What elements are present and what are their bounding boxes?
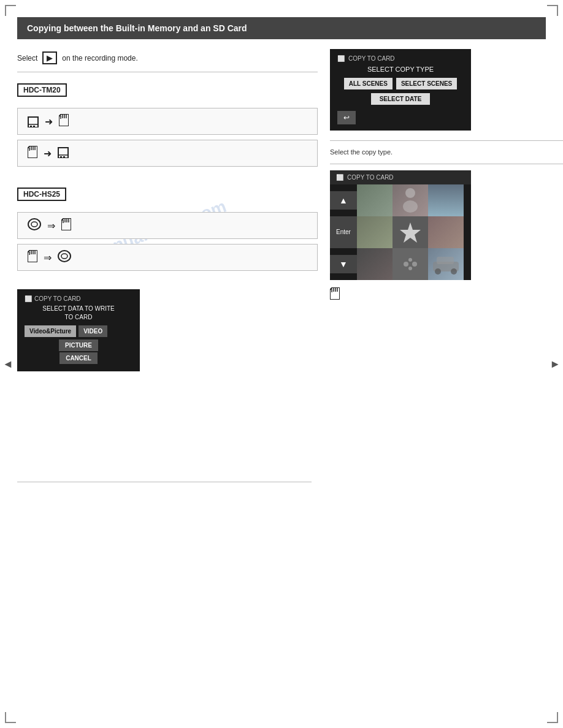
picture-btn-row: PICTURE CANCEL bbox=[25, 339, 132, 364]
sd-card-icon4 bbox=[28, 250, 37, 262]
header-bar: Copying between the Built-in Memory and … bbox=[17, 17, 546, 39]
all-scenes-btn[interactable]: ALL SCENES bbox=[344, 78, 393, 89]
instruction-text-right: Select the copy type. bbox=[330, 147, 563, 157]
copy-card-title-icon: ⬜ bbox=[337, 55, 345, 62]
select-date-row: SELECT DATE bbox=[337, 93, 464, 105]
direction-arrow: ➜ bbox=[45, 116, 53, 127]
header-title: Copying between the Built-in Memory and … bbox=[27, 23, 247, 33]
source-icon bbox=[28, 115, 39, 127]
svg-point-17 bbox=[31, 222, 37, 227]
picture-btn[interactable]: PICTURE bbox=[59, 339, 98, 351]
svg-point-34 bbox=[408, 267, 412, 270]
svg-point-16 bbox=[28, 219, 40, 230]
copy-to-card-dialog: ⬜ COPY TO CARD SELECT COPY TYPE ALL SCEN… bbox=[330, 49, 471, 131]
dest-sd-icon3 bbox=[61, 218, 71, 233]
svg-point-29 bbox=[403, 200, 418, 213]
svg-point-31 bbox=[404, 262, 408, 267]
right-arrow-icon: ► bbox=[550, 358, 561, 371]
scene-thumbs-enter bbox=[357, 216, 471, 248]
cancel-btn[interactable]: CANCEL bbox=[59, 352, 98, 364]
svg-point-32 bbox=[408, 258, 412, 262]
svg-point-27 bbox=[61, 254, 67, 259]
sd-card-icon3 bbox=[61, 218, 71, 230]
direction-arrow3: ⇒ bbox=[47, 220, 55, 232]
instruction-text: Select bbox=[17, 54, 37, 63]
dest-icon bbox=[59, 114, 69, 129]
back-btn-row: ↩ bbox=[337, 107, 464, 124]
thumb-enter-1 bbox=[357, 216, 393, 248]
svg-marker-30 bbox=[400, 222, 421, 243]
copy-direction-box-4: ⇒ bbox=[17, 244, 318, 271]
copy-card-title: ⬜ COPY TO CARD bbox=[337, 55, 464, 62]
video-btn[interactable]: VIDEO bbox=[79, 325, 107, 337]
right-column: ⬜ COPY TO CARD SELECT COPY TYPE ALL SCEN… bbox=[330, 49, 563, 300]
thumb-bottom-3 bbox=[428, 248, 464, 280]
source-sd-icon4 bbox=[28, 250, 37, 265]
copy-direction-box-2: ➜ bbox=[17, 140, 318, 167]
dots-svg bbox=[401, 255, 419, 273]
svg-rect-3 bbox=[33, 126, 35, 127]
dest-hdd-icon4 bbox=[58, 250, 71, 265]
scene-nav-up-row: ▲ bbox=[330, 184, 471, 216]
svg-point-38 bbox=[451, 268, 457, 275]
hdc-tm20-section: HDC-TM20 ➜ bbox=[17, 80, 318, 167]
svg-rect-36 bbox=[437, 257, 454, 264]
select-scenes-btn[interactable]: SELECT SCENES bbox=[396, 78, 457, 89]
nav-up-btn[interactable]: ▲ bbox=[330, 191, 357, 210]
bottom-divider-left bbox=[17, 482, 312, 482]
back-btn[interactable]: ↩ bbox=[337, 111, 356, 124]
svg-point-26 bbox=[58, 251, 71, 262]
enter-label: Enter bbox=[330, 216, 357, 248]
source-sd-icon bbox=[28, 146, 37, 161]
svg-rect-15 bbox=[63, 156, 65, 157]
copy-to-card-icon: ⬜ bbox=[25, 295, 32, 302]
scene-header-icon: ⬜ bbox=[336, 174, 343, 181]
direction-arrow2: ➜ bbox=[44, 148, 52, 159]
sd-note-icon bbox=[330, 287, 340, 300]
svg-rect-14 bbox=[60, 156, 62, 157]
thumb-top-3 bbox=[428, 184, 464, 216]
svg-point-33 bbox=[412, 262, 417, 267]
internal-memory-icon bbox=[28, 115, 39, 127]
play-icon: ▶ bbox=[42, 51, 57, 64]
nav-down-btn[interactable]: ▼ bbox=[330, 255, 357, 273]
hdc-hs25-section: HDC-HS25 ⇒ bbox=[17, 184, 318, 271]
select-data-title: ⬜ COPY TO CARD bbox=[25, 295, 132, 302]
scene-thumbs-top bbox=[357, 184, 471, 216]
direction-arrow4: ⇒ bbox=[44, 252, 52, 264]
sd-card-icon2 bbox=[28, 146, 37, 158]
spacer2 bbox=[17, 276, 318, 286]
scene-header: ⬜ COPY TO CARD bbox=[330, 170, 471, 184]
dest-internal-icon bbox=[58, 146, 69, 161]
thumb-enter-3 bbox=[428, 216, 464, 248]
svg-point-28 bbox=[405, 188, 415, 198]
sd-card-icon bbox=[59, 114, 69, 126]
svg-point-37 bbox=[435, 268, 441, 275]
thumb-top-2 bbox=[393, 184, 428, 216]
hdc-tm20-badge: HDC-TM20 bbox=[17, 83, 67, 97]
right-divider-1 bbox=[330, 140, 563, 141]
right-divider-2 bbox=[330, 164, 563, 164]
instruction-line: Select ▶ on the recording mode. bbox=[17, 51, 318, 64]
source-hdd-icon bbox=[28, 218, 41, 233]
thumb-top-1 bbox=[357, 184, 393, 216]
spacer1 bbox=[17, 172, 318, 184]
content-area: Select ▶ on the recording mode. HDC-TM20 bbox=[17, 49, 546, 711]
copy-type-buttons-row: ALL SCENES SELECT SCENES bbox=[337, 78, 464, 89]
left-column: Select ▶ on the recording mode. HDC-TM20 bbox=[17, 49, 318, 488]
car-svg bbox=[428, 248, 464, 280]
scene-enter-row: Enter bbox=[330, 216, 471, 248]
select-data-subtitle: SELECT DATA TO WRITE TO CARD bbox=[25, 305, 132, 322]
select-date-btn[interactable]: SELECT DATE bbox=[371, 93, 431, 105]
instruction-text2: on the recording mode. bbox=[62, 54, 137, 63]
thumb-enter-2 bbox=[393, 216, 428, 248]
star-svg bbox=[399, 221, 421, 243]
corner-br bbox=[547, 712, 558, 723]
left-arrow-icon: ◄ bbox=[2, 358, 13, 371]
select-copy-type-label: SELECT COPY TYPE bbox=[337, 66, 464, 73]
hdd-icon bbox=[28, 218, 41, 230]
svg-rect-2 bbox=[30, 126, 32, 127]
video-picture-btn[interactable]: Video&Picture bbox=[25, 325, 76, 337]
internal-memory-icon2 bbox=[58, 146, 69, 158]
people-svg bbox=[393, 184, 428, 216]
